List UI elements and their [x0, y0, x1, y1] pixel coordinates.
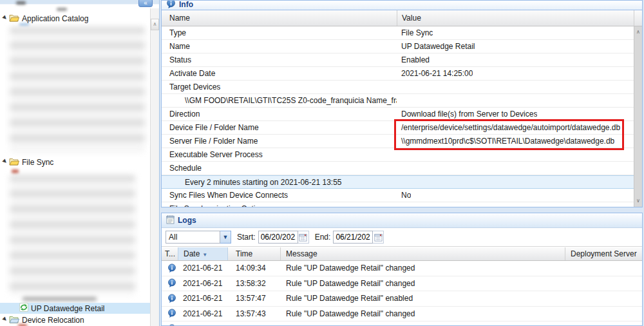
info-row[interactable]: Executable Server Process — [162, 148, 634, 162]
sidebar-item-device-relocation[interactable]: ▶ Device Relocation — [0, 314, 84, 325]
column-header-deployment-server[interactable]: Deployment Server — [565, 247, 642, 260]
redacted-content — [10, 175, 135, 295]
log-row[interactable]: 2021-06-21 13:57:47 Rule "UP Datawedge R… — [162, 291, 642, 307]
info-row-name: \\GM FOOD\RETAIL\GTI\TC25S Z0-code_franq… — [162, 94, 397, 107]
log-row-partial[interactable] — [162, 321, 642, 325]
log-message: Rule "UP Datawedge Retail" changed — [281, 279, 415, 288]
grid-header-spacer — [634, 10, 642, 26]
info-row-name: Status — [162, 53, 397, 66]
sidebar-item-file-sync[interactable]: ▶ File Sync — [0, 157, 53, 168]
redacted-mark — [23, 297, 97, 301]
scroll-down-arrow-icon[interactable]: ∨ — [634, 197, 642, 206]
info-row-value: \\gmmdmext10prd\c$\SOTI\RETAIL\Datawedge… — [397, 135, 614, 148]
info-balloon-icon — [162, 294, 178, 303]
info-row-name: Schedule — [162, 162, 397, 175]
info-balloon-icon — [162, 278, 178, 288]
info-row-value: Download file(s) from Server to Devices — [397, 108, 537, 120]
info-row-schedule-detail[interactable]: Every 2 minutes starting on 2021-06-21 1… — [162, 175, 634, 189]
info-grid-header: Name Value — [162, 10, 642, 26]
info-row-name: File Synchronization Options — [162, 202, 397, 207]
log-row[interactable]: 2021-06-21 13:57:43 Rule "UP Datawedge R… — [162, 307, 642, 322]
navigation-tree-panel: « ▶ Application Catalog ▶ File Sync — [0, 0, 160, 326]
info-row-name: Executable Server Process — [162, 148, 397, 161]
info-row[interactable]: Status Enabled — [162, 53, 634, 67]
info-row[interactable]: File Synchronization Options — [162, 202, 634, 207]
redacted-content — [10, 27, 145, 151]
info-row[interactable]: Activate Date 2021-06-21 14:25:00 — [162, 67, 634, 81]
info-row-value — [397, 162, 401, 175]
info-panel-header: Info — [162, 1, 642, 10]
info-row-value: /enterprise/device/settings/datawedge/au… — [397, 121, 620, 134]
info-row-value — [397, 202, 401, 207]
column-header-type[interactable]: T... — [162, 247, 178, 260]
logs-grid-body: 2021-06-21 14:09:34 Rule "UP Datawedge R… — [162, 261, 642, 325]
start-date-input[interactable] — [258, 231, 298, 244]
log-message: Rule "UP Datawedge Retail" enabled — [281, 294, 413, 303]
logs-grid-header: T... Date▼ Time Message Deployment Serve… — [162, 247, 642, 261]
log-time: 14:09:34 — [228, 264, 281, 273]
info-row-value: File Sync — [397, 26, 433, 39]
info-row-value: UP Datawedge Retail — [397, 40, 475, 53]
info-row-name: Sync Files When Device Connects — [162, 189, 397, 202]
scroll-up-arrow-icon[interactable]: ∧ — [151, 19, 159, 30]
logs-notepad-icon — [166, 215, 175, 226]
column-header-message[interactable]: Message — [281, 247, 565, 260]
tree-item-label: Device Relocation — [22, 316, 84, 325]
info-row[interactable]: Name UP Datawedge Retail — [162, 40, 634, 53]
column-header-value[interactable]: Value — [397, 10, 634, 26]
info-row[interactable]: Direction Download file(s) from Server t… — [162, 108, 634, 121]
info-scrollbar[interactable]: ∧ ∨ — [634, 26, 642, 207]
log-message: Rule "UP Datawedge Retail" changed — [281, 309, 415, 318]
log-type-select[interactable]: All — [166, 231, 220, 244]
info-balloon-icon — [162, 324, 178, 325]
log-time: 13:57:47 — [228, 294, 281, 303]
log-row[interactable]: 2021-06-21 14:09:34 Rule "UP Datawedge R… — [162, 261, 642, 276]
redacted-mark — [12, 169, 19, 173]
column-header-name[interactable]: Name — [162, 10, 397, 26]
sidebar-item-application-catalog[interactable]: ▶ Application Catalog — [0, 13, 88, 24]
sidebar-item-up-datawedge-retail[interactable]: UP Datawedge Retail — [0, 303, 151, 314]
sort-desc-icon: ▼ — [202, 252, 207, 258]
column-header-time[interactable]: Time — [228, 247, 281, 260]
scroll-up-arrow-icon[interactable]: ∧ — [634, 28, 642, 37]
redacted-mark — [57, 8, 67, 11]
calendar-icon[interactable] — [373, 231, 384, 244]
sidebar-scrollbar[interactable]: ∧ — [150, 8, 159, 326]
log-row[interactable]: 2021-06-21 13:58:32 Rule "UP Datawedge R… — [162, 276, 642, 292]
sidebar-collapse-button[interactable]: « — [138, 0, 153, 7]
info-row-value — [397, 94, 401, 107]
info-row-name: Direction — [162, 108, 397, 120]
calendar-icon[interactable] — [298, 231, 309, 244]
info-row-device-file[interactable]: Device File / Folder Name /enterprise/de… — [162, 121, 634, 135]
start-date-label: Start: — [237, 233, 256, 242]
logs-panel: Logs All ▼ Start: End: T... — [161, 213, 643, 326]
log-message: Rule "UP Datawedge Retail" changed — [281, 264, 415, 273]
info-row-server-file[interactable]: Server File / Folder Name \\gmmdmext10pr… — [162, 135, 634, 148]
info-balloon-icon — [166, 1, 176, 10]
redacted-mark — [16, 1, 26, 5]
info-row-value — [397, 81, 401, 93]
sync-icon — [19, 303, 28, 314]
tree-item-label: Application Catalog — [22, 14, 88, 23]
info-row-value: No — [397, 189, 411, 202]
info-row-name: Target Devices — [162, 81, 397, 93]
info-row-value — [397, 148, 401, 161]
tree-item-label: File Sync — [22, 158, 53, 167]
info-row[interactable]: Target Devices — [162, 81, 634, 94]
info-row[interactable]: \\GM FOOD\RETAIL\GTI\TC25S Z0-code_franq… — [162, 94, 634, 108]
info-row-value: Enabled — [397, 53, 430, 66]
log-date: 2021-06-21 — [178, 294, 228, 303]
end-date-input[interactable] — [333, 231, 373, 244]
info-row[interactable]: Sync Files When Device Connects No — [162, 189, 634, 202]
column-header-date-label: Date — [184, 249, 200, 258]
info-row-name: Server File / Folder Name — [162, 135, 397, 148]
info-balloon-icon — [162, 309, 178, 318]
info-row-name: Every 2 minutes starting on 2021-06-21 1… — [162, 176, 397, 188]
chevron-down-icon[interactable]: ▼ — [220, 231, 231, 244]
info-row[interactable]: Schedule — [162, 162, 634, 175]
column-header-date[interactable]: Date▼ — [178, 247, 228, 260]
info-row[interactable]: Type File Sync — [162, 26, 634, 40]
info-row-name: Device File / Folder Name — [162, 121, 397, 134]
log-time: 13:57:43 — [228, 309, 281, 318]
info-row-value — [397, 176, 401, 188]
